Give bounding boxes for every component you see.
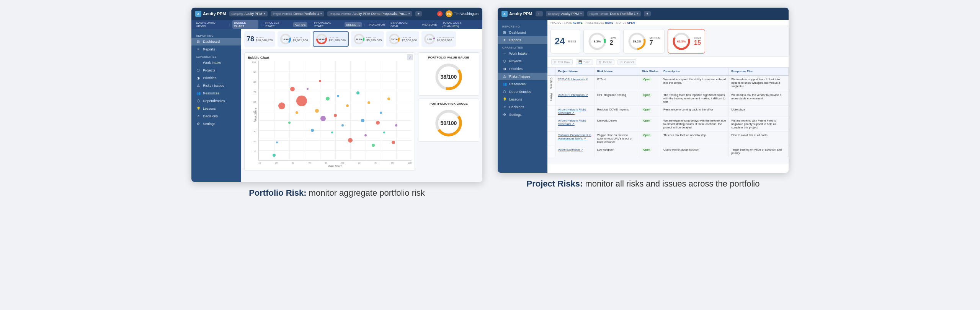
- right-company-selector[interactable]: Company Acuity PPM ▾: [546, 11, 584, 16]
- right-sidebar-item-projects[interactable]: ⬡ Projects: [498, 57, 547, 65]
- risk-gauge-svg-container: 50/100: [433, 108, 464, 138]
- col-response-plan: Response Plan: [729, 68, 789, 75]
- sidebar-item-work-intake[interactable]: → Work Intake: [191, 59, 241, 67]
- right-sidebar-item-work-intake[interactable]: → Work Intake: [498, 50, 547, 57]
- filter-status: STATUS OPEN: [616, 21, 635, 24]
- table-toolbar: ✏ Edit Row 💾 Save 🗑 Delete ✕: [547, 57, 789, 68]
- expand-btn[interactable]: ⤢: [407, 54, 413, 60]
- table-row[interactable]: Columns 2023 CPI Integration ↗ IT Test O…: [547, 75, 789, 91]
- right-sidebar-item-risks-issues[interactable]: ⚠ Risks / Issues: [498, 73, 547, 80]
- sidebar-item-projects[interactable]: ⬡ Projects: [191, 67, 241, 74]
- project-link-3[interactable]: Airport Network Flight Scheduler ↗: [558, 108, 586, 115]
- y-60: 60: [253, 101, 256, 103]
- table-row[interactable]: Azure Expansion ↗ Low Adoption Open User…: [547, 146, 789, 157]
- left-portfolio-selector[interactable]: Project Portfolio Demo Portfolio 1 ▾: [271, 11, 324, 16]
- project-link-5[interactable]: Software Enhancement to Autonomous UAV's…: [558, 133, 591, 140]
- edit-row-btn[interactable]: ✏ Edit Row: [551, 59, 573, 65]
- table-row[interactable]: Software Enhancement to Autonomous UAV's…: [547, 131, 789, 146]
- sidebar-item-lessons[interactable]: 💡 Lessons: [191, 105, 241, 112]
- frozen-cell-1: Columns: [547, 75, 556, 91]
- left-company-selector[interactable]: Company Acuity PPM ▾: [229, 11, 268, 16]
- sidebar-item-dependencies[interactable]: ⬡ Dependencies: [191, 97, 241, 105]
- subtoolbar-dashboard-views[interactable]: DASHBOARD VIEWS: [194, 20, 227, 29]
- right-back-btn[interactable]: ←: [536, 11, 543, 16]
- dependencies-icon: ⬡: [196, 99, 201, 103]
- right-sidebar-item-lessons[interactable]: 💡 Lessons: [498, 96, 547, 103]
- right-portfolio-selector[interactable]: Project Portfolio Demo Portfolio 1 ▾: [587, 11, 641, 16]
- right-sidebar-item-dependencies[interactable]: ⬡ Dependencies: [498, 88, 547, 96]
- table-row[interactable]: Airport Network Flight Scheduler ↗ Resid…: [547, 105, 789, 117]
- sidebar-item-priorities[interactable]: ◑ Priorities: [191, 74, 241, 82]
- project-name-5: Software Enhancement to Autonomous UAV's…: [556, 131, 595, 146]
- project-link-4[interactable]: Airport Network Flight Scheduler ↗: [558, 119, 586, 126]
- risk-gauge-value: 50/100: [441, 120, 457, 126]
- left-sidebar: REPORTING ⊞ Dashboard ≡ Reports CAPABILI…: [191, 29, 241, 182]
- svg-text:8.3%: 8.3%: [594, 40, 601, 43]
- subtoolbar-strategic-goal[interactable]: STRATEGIC GOAL: [389, 20, 418, 29]
- sidebar-item-dashboard[interactable]: ⊞ Dashboard: [191, 38, 241, 45]
- add-portfolio-btn[interactable]: +: [415, 11, 422, 16]
- bubble-19: [383, 131, 385, 133]
- bubble-21: [392, 141, 395, 144]
- sidebar-item-settings[interactable]: ⚙ Settings: [191, 120, 241, 128]
- bubble-26: [307, 88, 309, 90]
- sidebar-label-settings: Settings: [203, 122, 216, 126]
- lessons-icon: 💡: [196, 107, 201, 110]
- project-name-1: 2023 CPI Integration ↗: [556, 75, 595, 91]
- subtoolbar-measure[interactable]: MEASURE: [420, 22, 439, 27]
- filter-s-value[interactable]: OPEN: [627, 21, 635, 24]
- subtoolbar-project-state[interactable]: PROJECT STATE: [264, 20, 291, 29]
- right-sidebar-label-settings: Settings: [509, 113, 522, 117]
- grid-v-3: [305, 61, 305, 160]
- subtoolbar-total-cost[interactable]: TOTAL COST (PLANNED): [441, 20, 479, 29]
- table-scroll-wrapper[interactable]: Project Name Risk Name Risk Status Descr…: [547, 68, 789, 157]
- left-proposal-portfolio[interactable]: Proposal Portfolio Acuity PPM Demo Propo…: [327, 11, 412, 16]
- filter-ri-label: RISKS/ISSUES: [586, 21, 605, 24]
- filter-ri-value[interactable]: RISKS: [605, 21, 613, 24]
- right-reporting-section-label: REPORTING: [498, 23, 547, 29]
- subtoolbar-proposal-state[interactable]: PROPOSAL STATE: [313, 20, 342, 29]
- notification-badge[interactable]: 3: [437, 11, 443, 16]
- risk-name-1: IT Test: [595, 75, 639, 91]
- stat-card-goal1: 18.9% GOAL #1 $9,091,906: [278, 31, 310, 47]
- right-add-btn[interactable]: +: [644, 11, 650, 16]
- right-sidebar-item-resources[interactable]: 👥 Resources: [498, 80, 547, 88]
- sidebar-item-decisions[interactable]: ↗ Decisions: [191, 112, 241, 120]
- subtoolbar-select[interactable]: SELECT...: [345, 22, 362, 27]
- right-sidebar-label-dependencies: Dependencies: [509, 90, 531, 94]
- table-row[interactable]: Airport Network Flight Scheduler ↗ Netwo…: [547, 117, 789, 131]
- right-sidebar-item-reports[interactable]: ≡ Reports: [498, 36, 547, 44]
- subtoolbar-active[interactable]: ACTIVE: [293, 22, 307, 27]
- goal1-donut: 18.9%: [280, 33, 291, 45]
- right-risks-icon: ⚠: [502, 75, 507, 78]
- frozen-cell-3: [547, 105, 556, 117]
- right-sidebar-item-settings[interactable]: ⚙ Settings: [498, 111, 547, 118]
- project-link-6[interactable]: Azure Expansion ↗: [558, 148, 583, 151]
- right-sidebar-item-priorities[interactable]: ◑ Priorities: [498, 65, 547, 73]
- subtoolbar-bubble-chart[interactable]: BUBBLE CHART: [232, 20, 258, 29]
- right-app-name: Acuity PPM: [509, 11, 532, 16]
- right-sidebar-item-dashboard[interactable]: ⊞ Dashboard: [498, 29, 547, 36]
- sidebar-item-risks-issues[interactable]: ⚠ Risks / Issues: [191, 82, 241, 89]
- bubble-chart-title: Bubble Chart: [248, 56, 412, 60]
- save-btn[interactable]: 💾 Save: [576, 59, 593, 65]
- col-risk-name: Risk Name: [595, 68, 639, 75]
- subtoolbar-indicator[interactable]: INDICATOR: [367, 22, 387, 27]
- bubble-1: [278, 102, 285, 109]
- total-risks-num: 24: [555, 36, 565, 47]
- table-row[interactable]: Filters 2023 CPI Integration ↗ CPI Integ…: [547, 91, 789, 105]
- bubble-14: [364, 134, 367, 136]
- cancel-btn[interactable]: ✕ Cancel: [617, 59, 636, 65]
- x-100: 100: [408, 162, 412, 164]
- risk-name-3: Residual COVID impacts: [595, 105, 639, 117]
- delete-btn[interactable]: 🗑 Delete: [596, 59, 614, 65]
- filter-ps-value[interactable]: ACTIVE: [573, 21, 583, 24]
- risk-status-3: Open: [639, 105, 661, 117]
- svg-text:62.5%: 62.5%: [677, 40, 686, 43]
- project-link-1[interactable]: 2023 CPI Integration ↗: [558, 78, 588, 81]
- sidebar-item-reports[interactable]: ≡ Reports: [191, 45, 241, 53]
- right-sidebar-item-decisions[interactable]: ↗ Decisions: [498, 103, 547, 111]
- project-link-2[interactable]: 2023 CPI Integration ↗: [558, 93, 588, 97]
- sidebar-item-resources[interactable]: 👥 Resources: [191, 89, 241, 97]
- sep3: |: [310, 23, 310, 26]
